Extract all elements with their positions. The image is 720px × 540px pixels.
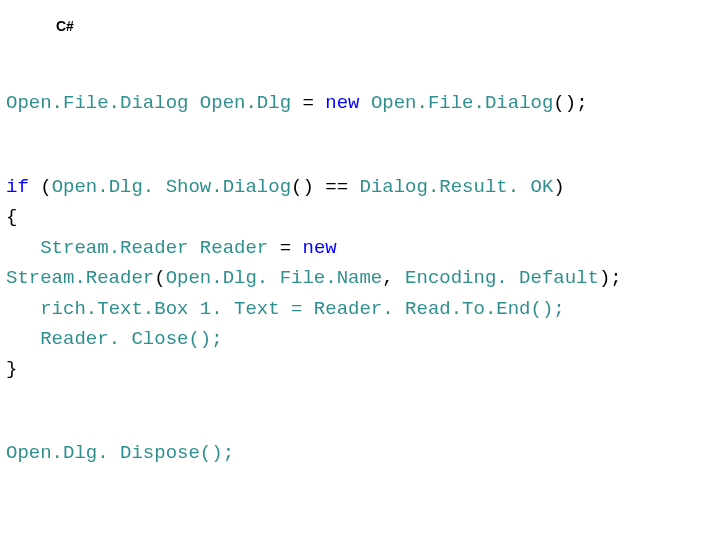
code-token: Open.Dlg. Show.Dialog	[52, 176, 291, 198]
slide: C# Open.File.Dialog Open.Dlg = new Open.…	[0, 0, 720, 540]
code-token	[188, 92, 199, 114]
keyword-new: new	[325, 92, 359, 114]
code-token: Encoding. Default	[405, 267, 599, 289]
code-token: Open.File.Dialog	[6, 92, 188, 114]
code-token: ();	[553, 92, 587, 114]
indent	[6, 237, 40, 259]
code-token	[360, 92, 371, 114]
code-token: Open.Dlg. File.Name	[166, 267, 383, 289]
code-token: =	[291, 92, 325, 114]
brace-open: {	[6, 206, 17, 228]
code-token: Open.File.Dialog	[371, 92, 553, 114]
indent	[6, 328, 40, 350]
code-token: Stream.Reader	[6, 267, 154, 289]
indent	[6, 298, 40, 320]
code-token: (	[29, 176, 52, 198]
code-token: Reader	[200, 237, 268, 259]
code-token: ==	[314, 176, 360, 198]
keyword-if: if	[6, 176, 29, 198]
code-token: Open.Dlg	[200, 92, 291, 114]
blank-line	[6, 119, 714, 142]
code-token: )	[553, 176, 564, 198]
code-token: Stream.Reader	[40, 237, 188, 259]
blank-line	[6, 385, 714, 408]
code-token: );	[599, 267, 622, 289]
code-token: Reader. Close();	[40, 328, 222, 350]
code-token: Dialog.Result. OK	[360, 176, 554, 198]
keyword-new: new	[303, 237, 337, 259]
code-token: Open.Dlg. Dispose();	[6, 442, 234, 464]
code-token	[188, 237, 199, 259]
language-label: C#	[56, 18, 74, 34]
code-token: =	[268, 237, 302, 259]
code-token: (	[154, 267, 165, 289]
code-block: Open.File.Dialog Open.Dlg = new Open.Fil…	[6, 58, 714, 468]
code-token: ,	[382, 267, 405, 289]
code-token: rich.Text.Box 1. Text = Reader. Read.To.…	[40, 298, 565, 320]
code-token: ()	[291, 176, 314, 198]
brace-close: }	[6, 358, 17, 380]
